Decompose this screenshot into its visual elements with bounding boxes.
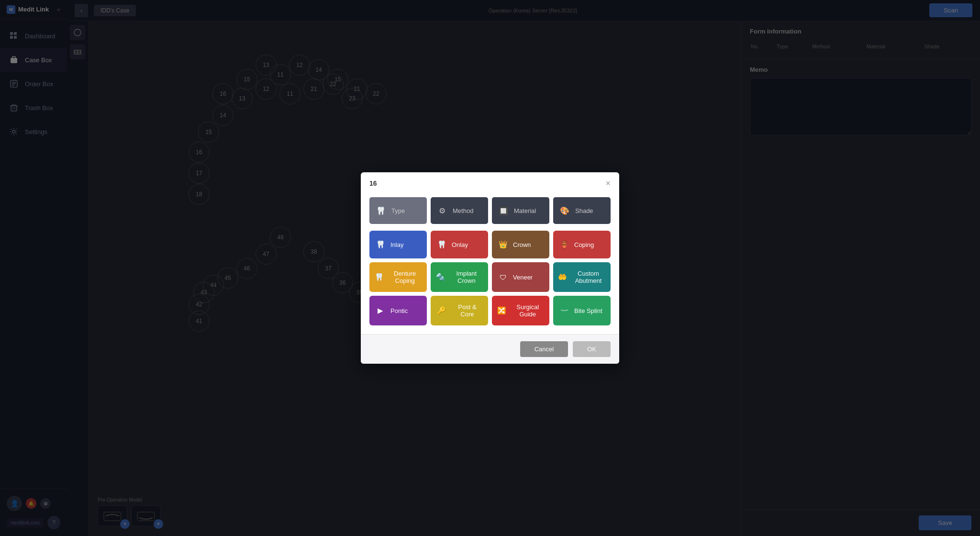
option-bite-splint[interactable]: 〰 Bite Splint [553, 296, 611, 325]
option-pontic[interactable]: ▶ Pontic [369, 296, 427, 325]
onlay-icon: 🦷 [435, 238, 448, 251]
crown-icon: 👑 [497, 238, 509, 251]
option-post-core[interactable]: 🔑 Post & Core [431, 296, 488, 325]
option-custom-abutment[interactable]: 🤲 Custom Abutment [553, 262, 611, 292]
option-crown[interactable]: 👑 Crown [492, 231, 549, 258]
dialog-header: 16 × [361, 172, 619, 190]
option-onlay-label: Onlay [452, 241, 468, 248]
shade-tab-icon: 🎨 [558, 204, 571, 217]
dialog-tabs: 🦷 Type ⚙ Method 🔲 Material 🎨 Shade [369, 197, 611, 224]
dialog-footer: Cancel OK [361, 334, 619, 364]
option-veneer[interactable]: 🛡 Veneer [492, 262, 549, 292]
option-crown-label: Crown [513, 241, 531, 248]
ok-button[interactable]: OK [573, 341, 611, 357]
tab-method-label: Method [453, 207, 473, 214]
option-implant-label: Implant Crown [450, 270, 483, 284]
coping-icon: 🏺 [558, 238, 570, 251]
material-tab-icon: 🔲 [497, 204, 510, 217]
inlay-icon: 🦷 [374, 238, 387, 251]
denture-icon: 🦷 [374, 271, 384, 283]
option-coping-label: Coping [574, 241, 594, 248]
tab-material-label: Material [514, 207, 536, 214]
option-coping[interactable]: 🏺 Coping [553, 231, 611, 258]
option-surgical-label: Surgical Guide [511, 303, 545, 318]
modal-overlay: 16 × 🦷 Type ⚙ Method 🔲 Material 🎨 [0, 0, 980, 536]
dialog-close-button[interactable]: × [605, 179, 611, 188]
dialog-tooth-number: 16 [369, 179, 377, 187]
tab-method[interactable]: ⚙ Method [431, 197, 488, 224]
pontic-icon: ▶ [374, 304, 387, 317]
tab-type-label: Type [391, 207, 405, 214]
abutment-icon: 🤲 [558, 271, 567, 283]
option-implant-crown[interactable]: 🔩 Implant Crown [431, 262, 488, 292]
option-inlay[interactable]: 🦷 Inlay [369, 231, 427, 258]
tab-shade-label: Shade [575, 207, 593, 214]
tab-shade[interactable]: 🎨 Shade [553, 197, 611, 224]
tab-material[interactable]: 🔲 Material [492, 197, 549, 224]
tab-type[interactable]: 🦷 Type [369, 197, 427, 224]
veneer-icon: 🛡 [497, 271, 509, 283]
postcore-icon: 🔑 [435, 304, 447, 317]
bite-icon: 〰 [558, 304, 570, 317]
option-veneer-label: Veneer [513, 274, 533, 281]
option-grid: 🦷 Inlay 🦷 Onlay 👑 Crown 🏺 Coping 🦷 [369, 231, 611, 325]
implant-icon: 🔩 [435, 271, 446, 283]
cancel-button[interactable]: Cancel [520, 341, 568, 357]
option-onlay[interactable]: 🦷 Onlay [431, 231, 488, 258]
option-inlay-label: Inlay [390, 241, 403, 248]
dialog: 16 × 🦷 Type ⚙ Method 🔲 Material 🎨 [361, 172, 619, 364]
surgical-icon: 🔀 [497, 304, 507, 317]
option-pontic-label: Pontic [390, 307, 408, 314]
option-abutment-label: Custom Abutment [571, 270, 606, 284]
option-postcore-label: Post & Core [451, 303, 483, 318]
option-denture-label: Denture Coping [388, 270, 422, 284]
method-tab-icon: ⚙ [435, 204, 449, 217]
type-tab-icon: 🦷 [374, 204, 388, 217]
option-bite-label: Bite Splint [574, 307, 602, 314]
option-surgical-guide[interactable]: 🔀 Surgical Guide [492, 296, 549, 325]
dialog-body: 🦷 Type ⚙ Method 🔲 Material 🎨 Shade [361, 190, 619, 334]
option-denture-coping[interactable]: 🦷 Denture Coping [369, 262, 427, 292]
